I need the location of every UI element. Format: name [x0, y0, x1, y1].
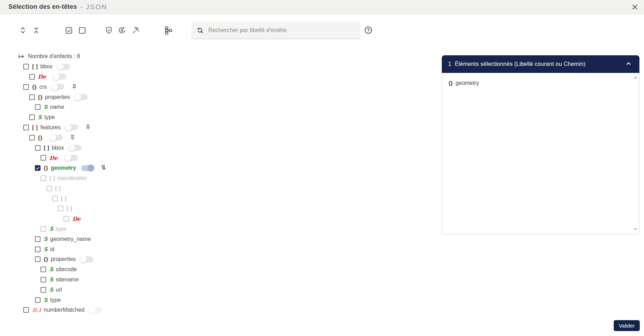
magic-wand-icon[interactable]	[131, 26, 140, 35]
string-type-icon: S	[38, 114, 42, 120]
toggle-knob	[65, 124, 72, 131]
row-checkbox[interactable]	[35, 145, 41, 151]
array-type-icon: [ ]	[61, 195, 67, 202]
row-checkbox[interactable]	[23, 307, 29, 313]
format-label: JSON	[86, 3, 107, 11]
row-toggle[interactable]	[50, 135, 63, 141]
array-type-icon: [ ]	[55, 185, 61, 192]
pin-icon[interactable]	[70, 83, 78, 91]
header-selection-dialog: Sélection des en-têtes - JSON A	[0, 0, 644, 336]
tree-row-label: bbox	[40, 63, 52, 70]
row-checkbox[interactable]	[52, 196, 58, 201]
object-type-icon: {}	[38, 94, 43, 100]
row-checkbox[interactable]	[41, 267, 46, 272]
scroll-up-arrow[interactable]	[634, 76, 637, 79]
tree-row: {}geometry	[0, 163, 373, 173]
row-toggle[interactable]	[57, 64, 70, 70]
tree-row: Stype	[0, 112, 373, 123]
selected-elements-list: {}geometry	[442, 73, 639, 234]
toggle-knob	[80, 256, 87, 263]
array-type-icon: [ ]	[67, 205, 72, 212]
validate-button[interactable]: Valider	[614, 320, 640, 331]
auto-rename-icon[interactable]: A	[117, 26, 126, 35]
row-checkbox[interactable]	[29, 74, 35, 80]
dialog-titlebar: Sélection des en-têtes - JSON	[0, 0, 644, 14]
toggle-knob	[89, 306, 96, 313]
tree-row: Stype	[0, 224, 373, 234]
toolbar: A ?	[0, 20, 644, 40]
tree-row-label: features	[40, 124, 61, 131]
tree-row-label: sitename	[56, 276, 79, 283]
row-checkbox[interactable]	[58, 206, 63, 211]
expand-all-icon[interactable]	[18, 26, 27, 35]
row-checkbox[interactable]	[41, 226, 46, 232]
tree-structure-icon[interactable]	[163, 26, 173, 35]
toggle-knob	[74, 94, 81, 101]
row-toggle[interactable]	[65, 155, 78, 161]
decimal-type-icon: De	[49, 155, 57, 161]
close-icon[interactable]	[631, 3, 639, 12]
toggle-knob	[53, 73, 60, 80]
tree-row-label: numberMatched	[44, 307, 85, 313]
tree-row-label: id	[50, 246, 54, 253]
tree-row-label: coordinates	[57, 175, 87, 181]
row-toggle[interactable]	[66, 124, 78, 130]
array-type-icon: [ ]	[49, 175, 55, 181]
toggle-knob	[68, 144, 75, 151]
row-checkbox[interactable]	[23, 125, 29, 130]
chevron-up-icon[interactable]	[624, 60, 633, 69]
row-toggle[interactable]	[81, 256, 93, 262]
select-all-icon[interactable]	[64, 26, 73, 35]
pin-icon[interactable]	[69, 134, 76, 142]
row-toggle[interactable]	[81, 165, 94, 171]
pin-off-icon[interactable]	[100, 164, 107, 172]
row-toggle[interactable]	[52, 84, 64, 90]
row-checkbox[interactable]	[47, 186, 52, 191]
row-checkbox[interactable]	[35, 297, 41, 303]
row-checkbox[interactable]	[41, 277, 46, 282]
scroll-down-arrow[interactable]	[634, 228, 637, 231]
tree-row: Sname	[0, 102, 373, 112]
tree-row-label: name	[50, 104, 64, 110]
row-checkbox[interactable]	[41, 175, 46, 181]
search-input[interactable]	[208, 27, 355, 33]
tree-row: [ ]bbox	[0, 62, 373, 72]
row-checkbox[interactable]	[41, 155, 46, 161]
collapse-all-icon[interactable]	[32, 26, 41, 35]
pin-icon[interactable]	[84, 124, 92, 131]
deselect-all-icon[interactable]	[78, 26, 87, 35]
row-checkbox[interactable]	[23, 84, 29, 90]
row-toggle[interactable]	[69, 145, 82, 151]
row-checkbox[interactable]	[41, 287, 46, 293]
row-checkbox[interactable]	[63, 216, 69, 222]
row-checkbox[interactable]	[35, 236, 41, 242]
row-toggle[interactable]	[89, 307, 102, 313]
object-type-icon: {}	[32, 84, 37, 90]
shield-check-icon[interactable]	[104, 26, 113, 35]
row-toggle[interactable]	[54, 74, 66, 80]
tree-row: De	[0, 153, 373, 163]
row-checkbox[interactable]	[29, 94, 35, 100]
string-type-icon: S	[44, 236, 48, 242]
row-checkbox[interactable]	[35, 165, 41, 171]
decimal-type-icon: De	[38, 73, 46, 80]
bigint-type-icon: B.I	[32, 307, 41, 313]
selected-elements-header[interactable]: 1 Éléments sélectionnés (Libellé courant…	[442, 55, 639, 73]
row-checkbox[interactable]	[35, 104, 41, 110]
string-type-icon: S	[49, 266, 53, 273]
tree-row-label: sitecode	[56, 266, 77, 273]
search-refresh-icon	[196, 26, 204, 34]
row-toggle[interactable]	[75, 94, 88, 100]
toggle-knob	[87, 164, 94, 172]
row-checkbox[interactable]	[29, 135, 35, 141]
tree-row: Sgeometry_name	[0, 234, 373, 244]
row-checkbox[interactable]	[35, 256, 41, 262]
row-checkbox[interactable]	[29, 114, 35, 120]
tree-row: {}	[0, 132, 373, 143]
row-checkbox[interactable]	[35, 247, 41, 252]
row-checkbox[interactable]	[23, 64, 29, 69]
tree-row-label: bbox	[52, 145, 64, 151]
help-icon[interactable]: ?	[364, 26, 373, 35]
selected-item[interactable]: {}geometry	[448, 78, 633, 88]
array-type-icon: [ ]	[44, 145, 49, 151]
